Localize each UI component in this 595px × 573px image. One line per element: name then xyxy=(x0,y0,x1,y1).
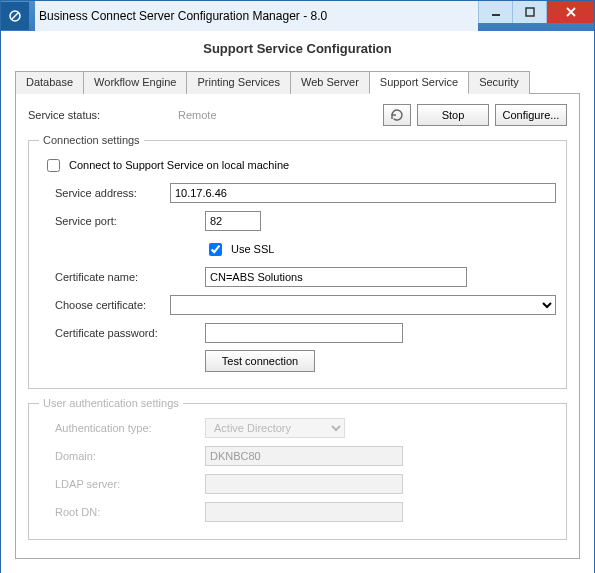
user-auth-settings-group: User authentication settings Authenticat… xyxy=(28,397,567,540)
service-address-label: Service address: xyxy=(55,187,170,199)
close-button[interactable] xyxy=(546,1,594,23)
auth-type-label: Authentication type: xyxy=(55,422,205,434)
connection-settings-group: Connection settings Connect to Support S… xyxy=(28,134,567,389)
service-port-input[interactable] xyxy=(205,211,261,231)
tab-workflow-engine[interactable]: Workflow Engine xyxy=(83,71,187,94)
choose-certificate-select[interactable] xyxy=(170,295,556,315)
window-title: Business Connect Server Configuration Ma… xyxy=(35,1,478,31)
root-dn-label: Root DN: xyxy=(55,506,205,518)
service-status-label: Service status: xyxy=(28,109,178,121)
root-dn-input xyxy=(205,502,403,522)
configure-button[interactable]: Configure... xyxy=(495,104,567,126)
certificate-password-label: Certificate password: xyxy=(55,327,205,339)
certificate-name-input[interactable] xyxy=(205,267,467,287)
tab-printing-services[interactable]: Printing Services xyxy=(186,71,291,94)
svg-rect-1 xyxy=(492,14,500,16)
refresh-button[interactable] xyxy=(383,104,411,126)
maximize-button[interactable] xyxy=(512,1,546,23)
connect-local-label: Connect to Support Service on local mach… xyxy=(69,159,289,171)
user-auth-settings-legend: User authentication settings xyxy=(39,397,183,409)
app-icon xyxy=(1,2,29,30)
ldap-server-label: LDAP server: xyxy=(55,478,205,490)
tab-database[interactable]: Database xyxy=(15,71,84,94)
auth-type-select: Active Directory xyxy=(205,418,345,438)
dialog-footer: Apply OK Close xyxy=(1,567,594,573)
connection-settings-legend: Connection settings xyxy=(39,134,144,146)
tab-body: Service status: Remote Stop Configure...… xyxy=(15,94,580,559)
window-frame: Business Connect Server Configuration Ma… xyxy=(0,0,595,573)
refresh-icon xyxy=(390,108,404,122)
service-port-label: Service port: xyxy=(55,215,205,227)
certificate-password-input[interactable] xyxy=(205,323,403,343)
ldap-server-input xyxy=(205,474,403,494)
content-area: Database Workflow Engine Printing Servic… xyxy=(1,64,594,567)
certificate-name-label: Certificate name: xyxy=(55,271,205,283)
tab-security[interactable]: Security xyxy=(468,71,530,94)
use-ssl-label: Use SSL xyxy=(231,243,274,255)
page-header: Support Service Configuration xyxy=(1,31,594,64)
domain-label: Domain: xyxy=(55,450,205,462)
connect-local-checkbox[interactable] xyxy=(47,159,60,172)
service-status-row: Service status: Remote Stop Configure... xyxy=(28,104,567,126)
minimize-button[interactable] xyxy=(478,1,512,23)
titlebar: Business Connect Server Configuration Ma… xyxy=(1,1,594,31)
use-ssl-checkbox[interactable] xyxy=(209,243,222,256)
choose-certificate-label: Choose certificate: xyxy=(55,299,170,311)
window-controls xyxy=(478,1,594,31)
tab-strip: Database Workflow Engine Printing Servic… xyxy=(15,70,580,94)
tab-support-service[interactable]: Support Service xyxy=(369,71,469,94)
svg-rect-2 xyxy=(526,8,534,16)
tab-web-server[interactable]: Web Server xyxy=(290,71,370,94)
service-address-input[interactable] xyxy=(170,183,556,203)
test-connection-button[interactable]: Test connection xyxy=(205,350,315,372)
stop-button[interactable]: Stop xyxy=(417,104,489,126)
service-status-value: Remote xyxy=(178,109,383,121)
domain-input xyxy=(205,446,403,466)
